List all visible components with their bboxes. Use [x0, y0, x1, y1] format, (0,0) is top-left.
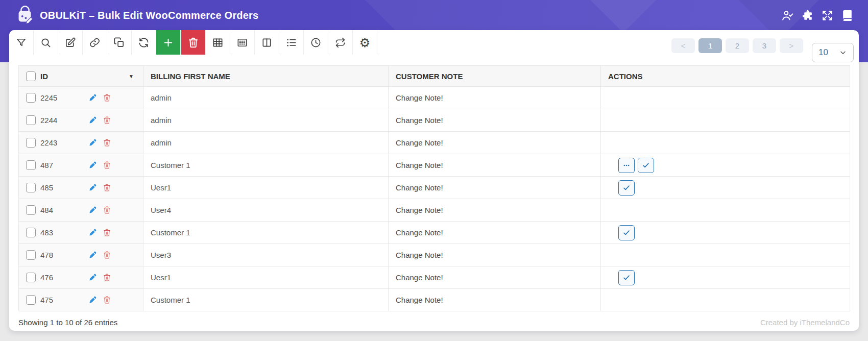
customer-note-link[interactable]: Change Note! — [396, 161, 443, 169]
customer-note-link[interactable]: Change Note! — [396, 296, 443, 304]
delete-row-icon[interactable] — [103, 183, 111, 192]
add-order-button[interactable] — [156, 30, 181, 55]
customer-note-cell: Change Note! — [389, 132, 601, 154]
edit-row-icon[interactable] — [88, 116, 97, 125]
delete-orders-button[interactable] — [181, 30, 206, 55]
reload-button[interactable] — [132, 30, 156, 55]
column-manager-button[interactable] — [206, 30, 230, 55]
filter-button[interactable] — [9, 30, 34, 55]
approve-button[interactable] — [638, 158, 654, 173]
row-checkbox[interactable] — [26, 183, 36, 192]
pagination-next-button[interactable]: > — [780, 38, 803, 53]
edit-row-icon[interactable] — [88, 93, 97, 102]
actions-cell — [601, 177, 850, 199]
row-checkbox[interactable] — [26, 273, 36, 282]
column-header-id[interactable]: ID ▼ — [19, 66, 143, 87]
delete-row-icon[interactable] — [103, 93, 111, 102]
pagination-page-2-button[interactable]: 2 — [726, 38, 749, 53]
table-row: 476Uesr1Change Note! — [19, 266, 850, 289]
customer-note-link[interactable]: Change Note! — [396, 228, 443, 237]
search-button[interactable] — [34, 30, 58, 55]
edit-row-icon[interactable] — [88, 273, 97, 282]
column-header-id-label: ID — [40, 72, 48, 81]
bulk-edit-button[interactable] — [58, 30, 83, 55]
customer-note-cell: Change Note! — [389, 244, 601, 266]
edit-row-icon[interactable] — [88, 251, 97, 259]
pagination-prev-button[interactable]: < — [671, 38, 695, 53]
customer-note-link[interactable]: Change Note! — [396, 206, 443, 214]
puzzle-icon[interactable] — [801, 9, 814, 22]
approve-button[interactable] — [618, 225, 635, 240]
table-row: 2245adminChange Note! — [19, 87, 850, 109]
customer-note-link[interactable]: Change Note! — [396, 93, 443, 102]
delete-row-icon[interactable] — [103, 116, 111, 125]
edit-row-icon[interactable] — [88, 161, 97, 169]
sync-button[interactable] — [328, 30, 353, 55]
row-checkbox[interactable] — [26, 250, 36, 260]
book-icon[interactable] — [841, 9, 854, 22]
credit-text: Created by iThemelandCo — [760, 318, 850, 327]
refresh-icon — [138, 37, 150, 48]
delete-row-icon[interactable] — [103, 206, 111, 214]
delete-row-icon[interactable] — [103, 228, 111, 237]
order-id: 487 — [40, 161, 53, 169]
row-checkbox[interactable] — [26, 295, 36, 305]
actions-cell — [601, 244, 850, 266]
customer-note-link[interactable]: Change Note! — [396, 116, 443, 125]
inline-edit-button[interactable] — [230, 30, 255, 55]
select-all-checkbox[interactable] — [26, 71, 36, 81]
delete-row-icon[interactable] — [103, 296, 111, 304]
table-row: 485Uesr1Change Note! — [19, 177, 850, 199]
pagination-page-3-button[interactable]: 3 — [753, 38, 776, 53]
delete-row-icon[interactable] — [103, 161, 111, 169]
orders-table-wrap: ID ▼ BILLING FIRST NAME CUSTOMER NOTE AC… — [18, 65, 850, 311]
edit-row-icon[interactable] — [88, 206, 97, 214]
column-header-customer-note[interactable]: CUSTOMER NOTE — [389, 66, 601, 87]
row-checkbox[interactable] — [26, 228, 36, 237]
page-size-select[interactable]: 10 — [812, 43, 854, 62]
customer-note-link[interactable]: Change Note! — [396, 273, 443, 282]
table-row: 478User3Change Note! — [19, 244, 850, 266]
history-button[interactable] — [304, 30, 328, 55]
order-id-cell: 2244 — [19, 109, 143, 132]
billing-first-name-cell: Uesr1 — [143, 266, 389, 289]
customer-note-link[interactable]: Change Note! — [396, 138, 443, 147]
user-check-icon[interactable] — [781, 9, 794, 22]
order-id: 484 — [40, 206, 53, 214]
order-id: 485 — [40, 183, 53, 192]
settings-button[interactable]: ⚙ — [353, 30, 377, 55]
link-button[interactable] — [83, 30, 107, 55]
page-size-value: 10 — [818, 47, 828, 58]
plus-icon — [162, 37, 174, 48]
edit-row-icon[interactable] — [88, 228, 97, 237]
row-checkbox[interactable] — [26, 160, 36, 170]
row-checkbox[interactable] — [26, 205, 36, 215]
pagination-page-1-button[interactable]: 1 — [698, 38, 722, 53]
row-checkbox[interactable] — [26, 93, 36, 103]
more-options-button[interactable] — [618, 158, 635, 173]
content-card: ⚙ <123> 10 — [9, 30, 859, 331]
edit-row-icon[interactable] — [88, 296, 97, 304]
order-id-cell: 2243 — [19, 132, 143, 154]
actions-cell — [601, 109, 850, 132]
orders-table-body: 2245adminChange Note!2244adminChange Not… — [19, 87, 850, 311]
column-header-actions[interactable]: ACTIONS — [601, 66, 850, 87]
approve-button[interactable] — [618, 270, 635, 285]
customer-note-link[interactable]: Change Note! — [396, 183, 443, 192]
row-checkbox[interactable] — [26, 115, 36, 125]
approve-button[interactable] — [618, 180, 635, 196]
fullscreen-icon[interactable] — [821, 9, 834, 22]
split-view-button[interactable] — [255, 30, 279, 55]
page-title: OBULKiT – Bulk Edit WooCommerce Orders — [40, 10, 258, 21]
delete-row-icon[interactable] — [103, 251, 111, 259]
column-header-billing-first-name[interactable]: BILLING FIRST NAME — [143, 66, 389, 87]
list-view-button[interactable] — [279, 30, 304, 55]
billing-first-name-cell: admin — [143, 109, 389, 132]
delete-row-icon[interactable] — [103, 273, 111, 282]
customer-note-link[interactable]: Change Note! — [396, 251, 443, 259]
edit-row-icon[interactable] — [88, 138, 97, 147]
delete-row-icon[interactable] — [103, 138, 111, 147]
row-checkbox[interactable] — [26, 138, 36, 148]
edit-row-icon[interactable] — [88, 183, 97, 192]
duplicate-button[interactable] — [107, 30, 132, 55]
